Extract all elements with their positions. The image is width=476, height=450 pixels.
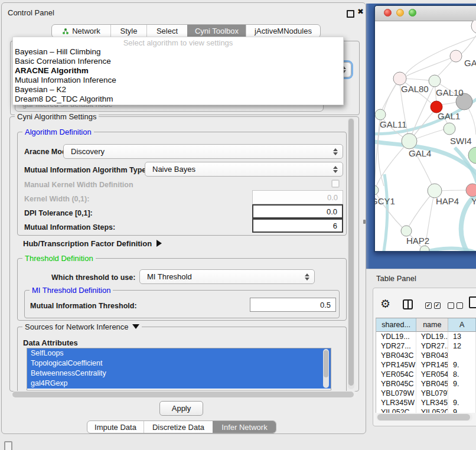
network-node[interactable] xyxy=(450,50,462,62)
table-row[interactable]: YBL079WYBL079W xyxy=(376,389,476,398)
table-row[interactable]: YBR045CYBR045C9. xyxy=(376,379,476,389)
columns-icon[interactable] xyxy=(403,299,413,309)
tab-impute-data[interactable]: Impute Data xyxy=(87,421,144,433)
network-node[interactable] xyxy=(429,75,441,87)
collapsed-arrow-icon xyxy=(157,240,162,247)
mi-steps-label: Mutual Information Steps: xyxy=(24,223,115,231)
dpi-tolerance-label: DPI Tolerance [0,1]: xyxy=(24,209,93,217)
algorithm-placeholder: Select algorithm to view settings xyxy=(13,37,343,47)
algorithm-option[interactable]: Dream8 DC_TDC Algorithm xyxy=(13,94,343,104)
hub-section-toggle[interactable]: Hub/Transcription Factor Definition xyxy=(23,239,162,248)
network-edge[interactable] xyxy=(461,31,476,54)
tab-label: Discretize Data xyxy=(152,423,204,432)
collapsed-panel-icon[interactable] xyxy=(4,441,12,450)
attribute-list-item[interactable]: gal4RGexp xyxy=(27,379,331,389)
algorithm-option[interactable]: Bayesian – Hill Climbing xyxy=(13,47,343,57)
network-edge[interactable] xyxy=(441,102,457,105)
network-node[interactable] xyxy=(471,21,476,34)
network-node[interactable] xyxy=(401,226,412,236)
select-all-columns-icon[interactable]: ✓✓ xyxy=(425,302,441,309)
network-node[interactable] xyxy=(466,184,476,197)
table-cell: 9. xyxy=(448,398,476,407)
mi-type-value: Naive Bayes xyxy=(152,165,195,174)
network-window-titlebar[interactable] xyxy=(375,6,476,21)
panel-divider-grip[interactable] xyxy=(363,220,366,224)
network-node[interactable] xyxy=(420,246,429,251)
sources-title-text: Sources for Network Inference xyxy=(25,322,129,331)
attribute-list-item[interactable]: SelfLoops xyxy=(27,348,331,358)
gear-icon[interactable]: ⚙ xyxy=(380,297,390,310)
data-attributes-label: Data Attributes xyxy=(23,338,78,347)
tab-jactivemnodules[interactable]: jActiveMNodules xyxy=(246,25,320,37)
network-canvas[interactable]: GALGAL80GAL10GAL1GAL11SWI4GAL4GCY1HAP4YH… xyxy=(375,21,476,251)
table-row[interactable]: YER054CYER054C8. xyxy=(376,370,476,379)
minimize-traffic-light-icon[interactable] xyxy=(396,9,404,17)
table-row[interactable]: YIL052CYIL052C9 xyxy=(376,407,476,413)
settings-horizontal-scrollbar[interactable] xyxy=(11,391,357,398)
zoom-traffic-light-icon[interactable] xyxy=(409,9,416,17)
mi-steps-field[interactable]: 6 xyxy=(252,219,343,233)
control-panel-tabbar: NetworkStyleSelectCyni ToolboxjActiveMNo… xyxy=(51,24,321,38)
table-header-row: shared...nameA xyxy=(376,318,476,332)
network-node[interactable] xyxy=(402,133,417,149)
algorithm-option[interactable]: Basic Correlation Inference xyxy=(13,57,343,66)
attribute-list-scrollbar[interactable] xyxy=(323,349,329,388)
mi-type-combo[interactable]: Naive Bayes xyxy=(145,162,343,177)
close-traffic-light-icon[interactable] xyxy=(384,9,392,17)
algorithm-option[interactable]: ARACNE Algorithm xyxy=(13,66,343,76)
scroll-thumb[interactable] xyxy=(324,350,328,377)
algorithm-option[interactable]: Bayesian – K2 xyxy=(13,85,343,94)
tab-network[interactable]: Network xyxy=(52,25,110,37)
table-row[interactable]: YDR27...YDR27...12 xyxy=(376,341,476,351)
screen: Control Panel ✖ NetworkStyleSelectCyni T… xyxy=(0,0,476,450)
network-edge[interactable] xyxy=(405,37,476,75)
table-row[interactable]: YPR145WYPR145W9. xyxy=(376,360,476,370)
scroll-thumb[interactable] xyxy=(12,392,354,397)
network-edge[interactable] xyxy=(376,141,409,188)
mi-type-label: Mutual Information Algorithm Type: xyxy=(24,166,148,174)
network-node[interactable] xyxy=(375,109,386,120)
document-icon[interactable] xyxy=(469,296,476,308)
mi-threshold-field[interactable]: 0.5 xyxy=(250,298,336,312)
which-threshold-combo[interactable]: MI Threshold xyxy=(139,269,315,284)
scroll-thumb[interactable] xyxy=(377,414,470,420)
scroll-thumb[interactable] xyxy=(348,119,354,386)
columns-icon-divider xyxy=(407,301,409,308)
dpi-tolerance-field[interactable]: 0.0 xyxy=(252,204,343,219)
table-cell: YER054C xyxy=(376,370,416,379)
column-header[interactable]: A xyxy=(448,318,476,332)
table-row[interactable]: YDL19...YDL19...13 xyxy=(376,332,476,341)
table-horizontal-scrollbar[interactable] xyxy=(376,413,472,421)
node-table: shared...nameA YDL19...YDL19...13YDR27..… xyxy=(376,318,476,413)
kernel-width-value: 0.0 xyxy=(327,193,338,202)
network-edge[interactable] xyxy=(409,86,434,141)
tab-select[interactable]: Select xyxy=(146,25,187,37)
attribute-list-item[interactable]: BetweennessCentrality xyxy=(27,369,331,379)
threshold-definition-title: Threshold Definition xyxy=(22,254,96,263)
kernel-width-field[interactable]: 0.0 xyxy=(252,190,343,204)
apply-button[interactable]: Apply xyxy=(159,401,203,416)
algorithm-option[interactable]: Mutual Information Inference xyxy=(13,76,343,85)
column-header[interactable]: shared... xyxy=(376,318,416,332)
close-icon[interactable]: ✖ xyxy=(357,7,364,16)
network-node[interactable] xyxy=(468,147,476,164)
network-node[interactable] xyxy=(375,185,379,195)
tab-label: Infer Network xyxy=(221,423,267,432)
network-node[interactable] xyxy=(393,72,406,85)
float-window-icon[interactable] xyxy=(347,10,354,18)
network-node[interactable] xyxy=(444,123,455,135)
table-row[interactable]: YBR043CYBR043C xyxy=(376,351,476,360)
aracne-mode-combo[interactable]: Discovery xyxy=(63,144,343,159)
tab-style[interactable]: Style xyxy=(110,25,146,37)
tab-discretize-data[interactable]: Discretize Data xyxy=(144,421,213,433)
tab-infer-network[interactable]: Infer Network xyxy=(213,421,276,433)
manual-kernel-checkbox[interactable] xyxy=(331,180,340,188)
attribute-list-item[interactable]: TopologicalCoefficient xyxy=(27,358,331,369)
network-edge-highlighted[interactable] xyxy=(378,174,387,251)
column-header[interactable]: name xyxy=(416,318,448,332)
table-row[interactable]: YLR345WYLR345W9. xyxy=(376,398,476,407)
deselect-all-columns-icon[interactable] xyxy=(448,302,463,309)
network-node-label: GAL80 xyxy=(401,84,429,94)
tab-cyni-toolbox[interactable]: Cyni Toolbox xyxy=(187,25,246,37)
settings-vertical-scrollbar[interactable] xyxy=(348,118,354,389)
